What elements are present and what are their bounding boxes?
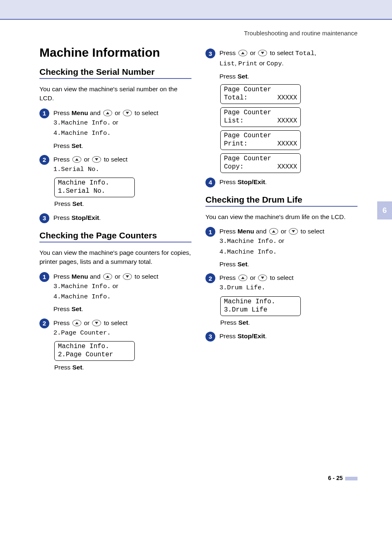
step-body: Press or to select 3.Drum Life.: [219, 273, 357, 293]
step-body: Press Stop/Exit.: [219, 331, 357, 341]
text: Press: [219, 73, 238, 80]
text: .: [82, 364, 84, 371]
step-number-icon: 2: [205, 273, 215, 283]
stop-exit-key: Stop/Exit: [238, 178, 265, 185]
option: Print: [238, 60, 258, 67]
text: to select: [102, 319, 127, 326]
step-body: Press or to select 2.Page Counter.: [53, 318, 191, 338]
section-counters-heading: Checking the Page Counters: [39, 231, 191, 242]
lcd-display: Page Counter Copy:XXXXX: [220, 153, 301, 173]
svg-marker-3: [95, 158, 98, 161]
step-body: Press Menu and or to select 3.Machine In…: [219, 226, 357, 269]
lcd-line: Machine Info.: [224, 298, 275, 305]
down-arrow-icon: [92, 156, 101, 163]
chapter-side-tab: 6: [377, 201, 392, 219]
up-arrow-icon: [103, 273, 112, 280]
serial-step-2: 2 Press or to select 1.Serial No.: [39, 155, 191, 175]
text: .: [248, 319, 250, 326]
step-sub: Press Set.: [220, 318, 357, 327]
menu-path: 3.Machine Info.: [53, 119, 111, 127]
lcd-display: Machine Info. 2.Page Counter: [54, 341, 135, 361]
text: Press: [219, 261, 238, 268]
page-number: 6 - 25: [328, 475, 343, 481]
text: Press: [219, 49, 238, 56]
text: .: [265, 178, 267, 185]
text: Press: [54, 364, 72, 371]
text: .: [81, 142, 83, 149]
down-arrow-icon: [123, 273, 132, 280]
text: to select: [268, 274, 293, 281]
step-number-icon: 1: [205, 227, 215, 237]
option: List: [219, 60, 235, 67]
step-number-icon: 2: [39, 319, 49, 328]
up-arrow-icon: [72, 156, 81, 163]
set-key: Set: [72, 364, 82, 371]
lcd-display: Machine Info. 1.Serial No.: [54, 178, 135, 197]
step-sub: Press Set.: [54, 199, 191, 208]
lcd-line: 2.Page Counter: [58, 351, 113, 358]
text: .: [82, 200, 84, 207]
svg-marker-4: [106, 275, 109, 278]
section-serial-intro: You can view the machine's serial number…: [39, 85, 191, 103]
text: to select: [268, 49, 293, 56]
svg-marker-13: [261, 277, 264, 279]
set-key: Set: [238, 261, 247, 268]
stop-exit-key: Stop/Exit: [238, 332, 265, 339]
text: .: [247, 73, 249, 80]
lcd-label: Copy:: [224, 163, 244, 171]
text: or: [111, 282, 118, 289]
text: to select: [299, 228, 324, 235]
set-key: Set: [72, 200, 82, 207]
text: Press: [219, 178, 238, 185]
menu-key: Menu: [71, 109, 88, 116]
text: and: [254, 228, 268, 235]
counters-step-1: 1 Press Menu and or to select 3.Machine …: [39, 272, 191, 314]
menu-path: 3.Machine Info.: [53, 283, 111, 290]
svg-marker-8: [241, 52, 244, 54]
text: Press: [53, 142, 71, 149]
drum-step-3: 3 Press Stop/Exit.: [205, 331, 357, 342]
lcd-display: Page Counter Print:XXXXX: [220, 130, 301, 150]
lcd-label: Total:: [224, 94, 248, 102]
step-number-icon: 3: [39, 213, 49, 223]
page-footer: 6 - 25: [0, 475, 392, 494]
page-title: Machine Information: [39, 46, 191, 60]
menu-path: 3.Machine Info.: [219, 238, 277, 245]
stop-exit-key: Stop/Exit: [71, 214, 99, 221]
menu-key: Menu: [238, 228, 254, 235]
lcd-display: Page Counter Total:XXXXX: [220, 84, 301, 104]
lcd-value: XXXXX: [277, 163, 297, 171]
set-key: Set: [238, 319, 248, 326]
text: Press: [53, 109, 71, 116]
text: or: [248, 49, 257, 56]
section-drum-intro: You can view the machine's drum life on …: [205, 212, 357, 222]
serial-step-1: 1 Press Menu and or to select 3.Machine …: [39, 108, 191, 150]
text: or: [111, 119, 118, 126]
step-body: Press Stop/Exit.: [53, 213, 191, 222]
text: Press: [53, 273, 71, 280]
svg-marker-5: [126, 275, 129, 278]
lcd-value: XXXXX: [277, 117, 297, 125]
svg-marker-7: [95, 322, 98, 324]
lcd-line: Page Counter: [224, 132, 271, 139]
text: or: [113, 273, 122, 280]
lcd-line: Machine Info.: [58, 179, 109, 187]
text: Press: [219, 332, 238, 339]
lcd-line: Page Counter: [224, 155, 271, 162]
text: Press: [54, 200, 72, 207]
text: Press: [220, 319, 238, 326]
svg-marker-12: [241, 277, 244, 279]
set-key: Set: [71, 142, 81, 149]
text: Press: [219, 228, 238, 235]
text: or: [279, 228, 288, 235]
step-body: Press Menu and or to select 3.Machine In…: [53, 108, 191, 150]
up-arrow-icon: [238, 50, 247, 56]
svg-marker-1: [126, 112, 129, 114]
section-serial-heading: Checking the Serial Number: [39, 67, 191, 79]
text: to select: [102, 156, 127, 163]
text: Press: [219, 274, 238, 281]
step-number-icon: 3: [205, 332, 215, 342]
step-number-icon: 4: [205, 178, 215, 187]
lcd-line: Machine Info.: [58, 343, 109, 350]
svg-marker-2: [75, 158, 78, 161]
